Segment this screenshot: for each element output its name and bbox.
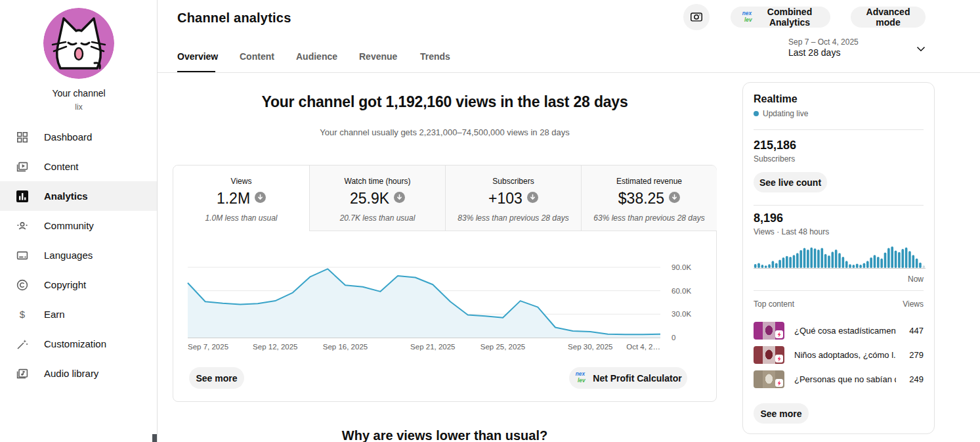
live-dot-icon: [754, 111, 759, 116]
divider: [754, 129, 924, 130]
camera-icon: [689, 9, 704, 26]
channel-avatar[interactable]: [43, 8, 114, 79]
metric-delta: 1.0M less than usual: [173, 213, 309, 223]
sidebar-scrollbar-thumb[interactable]: [152, 434, 157, 442]
trend-down-icon[interactable]: [255, 192, 266, 206]
channel-name: Your channel: [0, 88, 158, 99]
sidebar-item-label: Audio library: [44, 368, 98, 379]
audio-library-icon: [16, 367, 29, 380]
metric-label: Views: [173, 177, 309, 186]
sidebar-item-dashboard[interactable]: Dashboard: [0, 122, 157, 152]
video-views: 279: [909, 350, 924, 360]
earn-icon: $: [16, 308, 29, 321]
metric-label: Subscribers: [446, 177, 581, 186]
video-title: ¿Qué cosa estadísticament...: [794, 326, 896, 336]
metric-value: +103: [488, 190, 522, 208]
trend-down-icon[interactable]: [669, 192, 680, 206]
sidebar-item-languages[interactable]: Languages: [0, 240, 157, 270]
sidebar-item-label: Dashboard: [44, 131, 92, 143]
sidebar-item-analytics[interactable]: Analytics: [0, 181, 157, 211]
net-profit-calculator-button[interactable]: nex lev Net Profit Calculator: [569, 367, 687, 389]
advanced-mode-button[interactable]: Advanced mode: [851, 7, 926, 28]
tabs-bottom-border: [158, 72, 980, 73]
svg-text:Sep 25, 2025: Sep 25, 2025: [480, 343, 525, 351]
video-views: 447: [909, 326, 924, 336]
sidebar-item-copyright[interactable]: Copyright: [0, 270, 157, 299]
chevron-down-icon: [914, 41, 928, 58]
tab-trends[interactable]: Trends: [420, 51, 450, 62]
video-title: Niños adoptados, ¿cómo l...: [794, 350, 896, 360]
see-live-count-button[interactable]: See live count: [754, 172, 827, 192]
tab-audience[interactable]: Audience: [296, 51, 337, 62]
metric-label: Watch time (hours): [310, 177, 445, 186]
languages-icon: [16, 249, 29, 262]
svg-text:Sep 30, 2025: Sep 30, 2025: [568, 343, 612, 351]
realtime-views-label: Views · Last 48 hours: [754, 227, 829, 236]
metric-value: 25.9K: [350, 190, 389, 208]
realtime-title: Realtime: [754, 93, 798, 105]
realtime-card: Realtime Updating live 215,186 Subscribe…: [742, 82, 935, 434]
sidebar-item-label: Community: [44, 220, 94, 231]
video-thumbnail: [754, 370, 784, 388]
key-metrics-card: Views 1.2M 1.0M less than usual Watch ti…: [173, 165, 717, 402]
svg-text:30.0K: 30.0K: [671, 310, 691, 318]
metric-tab-subscribers[interactable]: Subscribers +103 83% less than previous …: [445, 166, 581, 231]
updating-live-row: Updating live: [754, 109, 808, 118]
sidebar-item-audio-library[interactable]: Audio library: [0, 359, 157, 388]
views-line-chart[interactable]: 030.0K60.0K90.0KSep 7, 2025Sep 12, 2025S…: [183, 241, 702, 356]
sidebar-item-label: Languages: [44, 250, 93, 261]
sidebar-item-customization[interactable]: Customization: [0, 329, 157, 359]
metric-tab-estimated-revenue[interactable]: Estimated revenue $38.25 63% less than p…: [581, 166, 717, 231]
top-content-row[interactable]: ¿Personas que no sabían q... 249: [754, 370, 924, 388]
date-range-picker[interactable]: Sep 7 – Oct 4, 2025 Last 28 days: [761, 36, 932, 62]
realtime-see-more-button[interactable]: See more: [754, 403, 809, 424]
metric-delta: 63% less than previous 28 days: [582, 213, 717, 223]
views-subheadline: Your channel usually gets 2,231,000–74,5…: [158, 127, 732, 137]
youtube-studio-analytics-page: Your channel lix Dashboard: [0, 0, 980, 442]
tab-revenue[interactable]: Revenue: [359, 51, 397, 62]
nexlev-logo-icon: nex lev: [574, 370, 587, 386]
views-column-header: Views: [903, 299, 924, 309]
sidebar-item-label: Customization: [44, 338, 106, 349]
screenshot-camera-button[interactable]: [683, 4, 710, 30]
sidebar-item-content[interactable]: Content: [0, 152, 157, 181]
sidebar: Your channel lix Dashboard: [0, 0, 158, 442]
sidebar-item-label: Content: [44, 161, 79, 172]
tab-content[interactable]: Content: [240, 51, 274, 62]
svg-text:Sep 12, 2025: Sep 12, 2025: [253, 343, 297, 351]
date-preset-text: Last 28 days: [788, 47, 840, 58]
realtime-bar-chart[interactable]: [754, 241, 926, 271]
sidebar-menu: Dashboard Content: [0, 122, 157, 388]
top-content-row[interactable]: ¿Qué cosa estadísticament... 447: [754, 322, 924, 340]
svg-text:$: $: [20, 309, 26, 320]
copyright-icon: [16, 278, 29, 292]
sidebar-item-community[interactable]: Community: [0, 211, 157, 240]
see-more-button[interactable]: See more: [189, 367, 244, 389]
svg-text:90.0K: 90.0K: [671, 263, 691, 271]
views-headline: Your channel got 1,192,160 views in the …: [158, 93, 732, 111]
updating-live-label: Updating live: [763, 109, 808, 118]
sidebar-item-label: Copyright: [44, 279, 86, 290]
analytics-icon: [16, 190, 29, 203]
metric-tab-watch-time[interactable]: Watch time (hours) 25.9K 20.7K less than…: [309, 166, 445, 231]
svg-text:Sep 16, 2025: Sep 16, 2025: [323, 343, 368, 351]
why-views-lower-heading: Why are views lower than usual?: [158, 428, 732, 442]
metric-tab-views[interactable]: Views 1.2M 1.0M less than usual: [173, 166, 309, 231]
trend-down-icon[interactable]: [527, 192, 538, 206]
metric-value: $38.25: [618, 190, 664, 208]
combined-analytics-button[interactable]: nex lev Combined Analytics: [731, 7, 830, 28]
trend-down-icon[interactable]: [394, 192, 405, 206]
cat-avatar-image: [43, 8, 114, 79]
tab-overview[interactable]: Overview: [177, 51, 218, 62]
realtime-subscribers-label: Subscribers: [754, 154, 795, 164]
community-icon: [16, 219, 29, 232]
top-content-row[interactable]: Niños adoptados, ¿cómo l... 279: [754, 346, 924, 364]
sidebar-item-earn[interactable]: $ Earn: [0, 299, 157, 329]
video-thumbnail: [754, 322, 784, 340]
dashboard-icon: [16, 131, 29, 144]
sidebar-item-label: Analytics: [44, 190, 88, 202]
sidebar-item-label: Earn: [44, 309, 65, 320]
realtime-subscribers-value: 215,186: [754, 139, 796, 152]
metric-delta: 83% less than previous 28 days: [446, 213, 581, 223]
video-views: 249: [909, 374, 924, 384]
